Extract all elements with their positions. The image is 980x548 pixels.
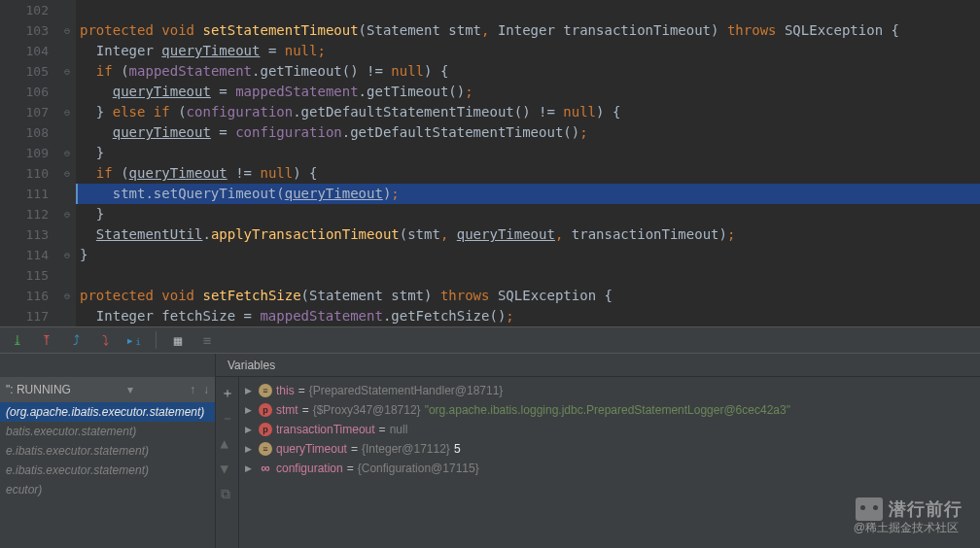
code-line[interactable]: stmt.setQueryTimeout(queryTimeout); xyxy=(76,184,980,204)
variable-row[interactable]: ▶p transactionTimeout = null xyxy=(245,420,974,439)
fold-toggle xyxy=(58,184,76,204)
up-icon[interactable]: ▲ xyxy=(221,435,234,449)
code-line[interactable] xyxy=(76,0,980,20)
variable-row[interactable]: ▶∞ configuration = {Configuration@17115} xyxy=(245,459,974,478)
line-number[interactable]: 102 xyxy=(0,0,49,20)
code-line[interactable]: } xyxy=(76,245,980,265)
debug-panel: ": RUNNING ▾ ↑ ↓ (org.apache.ibatis.exec… xyxy=(0,354,980,548)
field-badge-icon: ≡ xyxy=(259,384,272,397)
line-number[interactable]: 106 xyxy=(0,82,49,102)
code-editor[interactable]: 1021031041051061071081091101111121131141… xyxy=(0,0,980,326)
code-line[interactable]: queryTimeout = mappedStatement.getTimeou… xyxy=(76,82,980,102)
thread-label: ": RUNNING xyxy=(6,383,71,396)
stack-frame[interactable]: ecutor) xyxy=(0,480,215,499)
thread-status[interactable]: ": RUNNING ▾ ↑ ↓ xyxy=(0,377,215,402)
fold-toggle[interactable]: ⊖ xyxy=(58,204,76,224)
fold-toggle xyxy=(58,122,76,143)
code-area[interactable]: protected void setStatementTimeout(State… xyxy=(76,0,980,326)
variables-title: Variables xyxy=(228,359,275,372)
line-number[interactable]: 105 xyxy=(0,61,49,82)
fold-toggle[interactable]: ⊖ xyxy=(58,20,76,41)
code-line[interactable]: } else if (configuration.getDefaultState… xyxy=(76,102,980,122)
next-frame-icon[interactable]: ↓ xyxy=(203,383,209,396)
step-over-icon[interactable]: ⤴ xyxy=(68,332,84,348)
variables-header: Variables xyxy=(216,354,980,377)
fold-toggle[interactable]: ⊖ xyxy=(58,163,76,184)
fold-toggle xyxy=(58,265,76,286)
code-line[interactable]: } xyxy=(76,204,980,224)
debug-toolbar: ⤓ ⤒ ⤴ ⤵ ▸ᵢ ▦ ≡ xyxy=(0,326,980,354)
down-icon[interactable]: ▼ xyxy=(221,461,234,474)
code-line[interactable]: } xyxy=(76,143,980,163)
stack-frame[interactable]: (org.apache.ibatis.executor.statement) xyxy=(0,402,215,422)
code-line[interactable]: if (queryTimeout != null) { xyxy=(76,163,980,184)
code-line[interactable]: Integer queryTimeout = null; xyxy=(76,41,980,61)
fold-toggle[interactable]: ⊖ xyxy=(58,143,76,163)
step-out-icon[interactable]: ⤒ xyxy=(39,332,54,348)
fold-toggle[interactable]: ⊖ xyxy=(58,286,76,306)
variables-toolbar: ＋ － ▲ ▼ ⧉ xyxy=(216,377,239,548)
line-number-gutter[interactable]: 1021031041051061071081091101111121131141… xyxy=(0,0,58,326)
watermark-text: 潜行前行 xyxy=(889,497,962,521)
line-number[interactable]: 117 xyxy=(0,306,49,326)
field-badge-icon: ≡ xyxy=(259,442,272,456)
line-number[interactable]: 111 xyxy=(0,184,49,204)
stack-frame[interactable]: batis.executor.statement) xyxy=(0,422,215,441)
force-step-icon[interactable]: ⤵ xyxy=(97,332,113,348)
fold-toggle[interactable]: ⊖ xyxy=(58,61,76,82)
line-number[interactable]: 115 xyxy=(0,265,49,286)
line-number[interactable]: 103 xyxy=(0,20,49,41)
code-line[interactable] xyxy=(76,265,980,286)
variable-row[interactable]: ▶≡ queryTimeout = {Integer@17112} 5 xyxy=(245,439,974,459)
line-number[interactable]: 108 xyxy=(0,122,49,143)
fold-column[interactable]: ⊖⊖⊖⊖⊖⊖⊖⊖ xyxy=(58,0,76,326)
prev-frame-icon[interactable]: ↑ xyxy=(190,383,195,396)
step-into-icon[interactable]: ⤓ xyxy=(10,332,25,348)
watermark: 潜行前行 xyxy=(856,497,962,521)
line-number[interactable]: 116 xyxy=(0,286,49,306)
watermark-icon xyxy=(856,497,883,521)
line-number[interactable]: 110 xyxy=(0,163,49,184)
line-number[interactable]: 114 xyxy=(0,245,49,265)
line-number[interactable]: 109 xyxy=(0,143,49,163)
table-icon[interactable]: ▦ xyxy=(170,332,186,348)
stack-frame[interactable]: e.ibatis.executor.statement) xyxy=(0,461,215,480)
parameter-badge-icon: p xyxy=(259,423,272,436)
frame-list[interactable]: (org.apache.ibatis.executor.statement)ba… xyxy=(0,402,215,499)
separator xyxy=(156,331,157,349)
fold-toggle[interactable]: ⊖ xyxy=(58,102,76,122)
fold-toggle xyxy=(58,41,76,61)
fold-toggle xyxy=(58,306,76,326)
watermark-subtitle: @稀土掘金技术社区 xyxy=(854,520,959,536)
code-line[interactable]: queryTimeout = configuration.getDefaultS… xyxy=(76,122,980,143)
line-number[interactable]: 113 xyxy=(0,224,49,245)
fold-toggle xyxy=(58,82,76,102)
parameter-badge-icon: p xyxy=(259,403,272,417)
stack-frame[interactable]: e.ibatis.executor.statement) xyxy=(0,441,215,461)
copy-icon[interactable]: ⧉ xyxy=(221,486,234,499)
list-icon[interactable]: ≡ xyxy=(199,332,215,348)
line-number[interactable]: 104 xyxy=(0,41,49,61)
remove-watch-icon[interactable]: － xyxy=(221,410,234,424)
fold-toggle[interactable]: ⊖ xyxy=(58,245,76,265)
code-line[interactable]: Integer fetchSize = mappedStatement.getF… xyxy=(76,306,980,326)
fold-toggle xyxy=(58,0,76,20)
frames-panel: ": RUNNING ▾ ↑ ↓ (org.apache.ibatis.exec… xyxy=(0,354,216,548)
code-line[interactable]: if (mappedStatement.getTimeout() != null… xyxy=(76,61,980,82)
field-badge-icon: ∞ xyxy=(259,462,272,475)
line-number[interactable]: 112 xyxy=(0,204,49,224)
code-line[interactable]: StatementUtil.applyTransactionTimeout(st… xyxy=(76,224,980,245)
variable-row[interactable]: ▶p stmt = {$Proxy347@18712} "org.apache.… xyxy=(245,400,974,420)
fold-toggle xyxy=(58,224,76,245)
code-line[interactable]: protected void setStatementTimeout(State… xyxy=(76,20,980,41)
variable-row[interactable]: ▶≡ this = {PreparedStatementHandler@1871… xyxy=(245,381,974,400)
code-line[interactable]: protected void setFetchSize(Statement st… xyxy=(76,286,980,306)
run-to-cursor-icon[interactable]: ▸ᵢ xyxy=(126,332,142,348)
add-watch-icon[interactable]: ＋ xyxy=(221,385,234,398)
line-number[interactable]: 107 xyxy=(0,102,49,122)
